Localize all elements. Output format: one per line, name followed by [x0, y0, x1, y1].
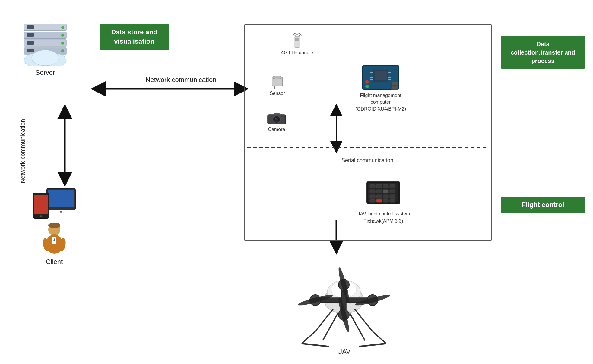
diagram-container: Server Data store andvisualisation Netwo… — [0, 0, 593, 364]
svg-rect-64 — [376, 184, 382, 188]
svg-rect-69 — [383, 190, 388, 193]
svg-rect-67 — [370, 190, 375, 193]
camera-label: Camera — [268, 127, 285, 132]
uav-label: UAV — [337, 348, 350, 356]
svg-point-60 — [365, 85, 369, 88]
svg-line-99 — [350, 313, 365, 340]
camera-container: Camera — [266, 112, 287, 132]
svg-line-93 — [302, 331, 315, 344]
svg-rect-71 — [370, 195, 375, 198]
svg-rect-70 — [390, 190, 395, 193]
uav-drone-container: UAV — [268, 253, 419, 356]
svg-rect-78 — [390, 199, 395, 202]
svg-point-59 — [365, 80, 369, 84]
svg-rect-58 — [391, 86, 398, 90]
data-store-box: Data store andvisualisation — [100, 24, 169, 50]
svg-rect-19 — [48, 190, 74, 207]
svg-rect-75 — [370, 199, 375, 202]
uav-drone-icon — [268, 253, 419, 356]
svg-rect-76 — [376, 199, 382, 202]
lte-dongle-label: 4G LTE dongle — [281, 50, 313, 55]
lte-dongle-container: 4G LTE dongle — [281, 31, 313, 55]
flight-mgmt-icon — [361, 64, 400, 91]
server-icon-container: Server — [18, 24, 72, 77]
server-label: Server — [36, 69, 55, 77]
svg-point-13 — [61, 49, 64, 52]
svg-rect-43 — [274, 113, 280, 115]
client-icon-container: Client — [30, 187, 78, 266]
svg-rect-72 — [376, 195, 382, 198]
client-label: Client — [46, 258, 63, 266]
svg-line-92 — [315, 309, 333, 331]
svg-point-34 — [272, 76, 282, 79]
svg-rect-22 — [34, 195, 48, 214]
flight-control-box: Flight control — [501, 197, 585, 213]
svg-rect-32 — [295, 38, 299, 41]
svg-point-7 — [61, 34, 64, 37]
svg-rect-73 — [383, 195, 388, 198]
svg-rect-9 — [27, 41, 34, 45]
svg-rect-66 — [390, 184, 395, 188]
pixhawk-icon — [364, 178, 403, 209]
data-collection-box: Datacollection,transfer andprocess — [501, 36, 585, 69]
data-collection-label: Datacollection,transfer andprocess — [511, 41, 576, 64]
svg-point-17 — [32, 50, 59, 66]
camera-icon — [266, 112, 287, 126]
svg-rect-74 — [390, 195, 395, 198]
svg-point-23 — [40, 215, 42, 217]
svg-line-96 — [373, 331, 386, 344]
sensor-label: Sensor — [270, 91, 285, 96]
svg-rect-63 — [370, 184, 375, 188]
devices-icon — [30, 187, 78, 220]
svg-point-4 — [61, 26, 64, 29]
flight-mgmt-label: Flight management computer(ODROID XU4/BP… — [350, 92, 411, 112]
svg-rect-77 — [383, 199, 388, 202]
svg-point-42 — [275, 118, 276, 119]
serial-comm-label: Serial communication — [341, 157, 393, 164]
svg-rect-57 — [391, 82, 398, 86]
network-comm-horizontal-label: Network communication — [139, 76, 223, 84]
sensor-icon — [269, 73, 286, 89]
server-rack-icon — [18, 24, 72, 66]
uav-flight-control-label: UAV flight control systemPixhawk(APM 3.3… — [357, 210, 410, 225]
network-comm-vertical-label: Network communication — [19, 112, 26, 190]
pixhawk-container: UAV flight control systemPixhawk(APM 3.3… — [357, 178, 410, 225]
svg-rect-12 — [27, 49, 34, 52]
lte-dongle-icon — [290, 31, 305, 49]
flight-control-label: Flight control — [522, 201, 564, 209]
flight-mgmt-container: Flight management computer(ODROID XU4/BP… — [350, 64, 411, 112]
svg-line-95 — [354, 309, 373, 331]
data-store-label: Data store andvisualisation — [111, 28, 157, 45]
uav-system-box: 4G LTE dongle Sensor — [244, 24, 492, 241]
svg-rect-6 — [27, 33, 34, 37]
svg-rect-68 — [376, 190, 382, 193]
svg-line-98 — [323, 313, 338, 340]
svg-point-10 — [61, 42, 64, 45]
svg-line-94 — [302, 344, 329, 347]
person-icon — [41, 223, 68, 256]
svg-rect-46 — [375, 71, 387, 80]
svg-line-97 — [359, 344, 386, 347]
svg-point-20 — [60, 211, 62, 213]
svg-rect-3 — [27, 25, 34, 29]
sensor-container: Sensor — [269, 73, 286, 96]
svg-rect-65 — [383, 184, 388, 188]
